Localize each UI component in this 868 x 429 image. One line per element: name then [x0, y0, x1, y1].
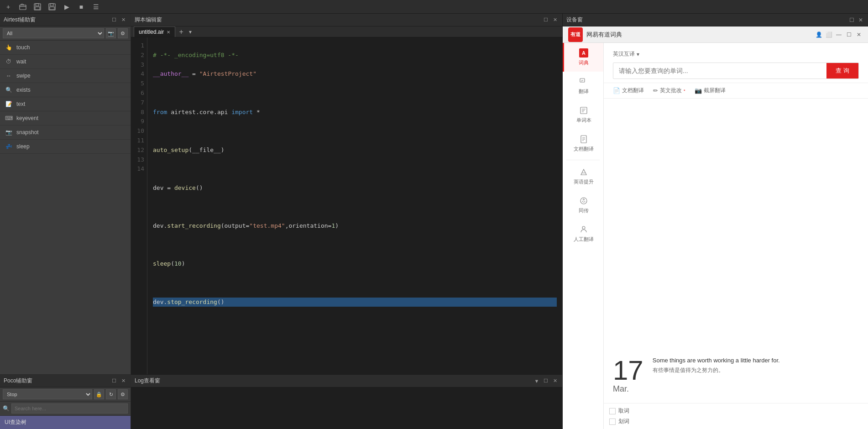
- code-editor[interactable]: # -*- _encoding=utf8 -*- __author__ = "A…: [147, 37, 562, 374]
- quote-english: Some things are worth working a little h…: [653, 357, 780, 364]
- youdao-body: A 词典 翻译: [563, 43, 868, 429]
- airtest-filter-select[interactable]: All touch wait swipe exists text keyeven…: [3, 28, 104, 38]
- youdao-nav-fanyi[interactable]: 翻译: [563, 72, 603, 100]
- svg-point-14: [582, 226, 585, 229]
- youdao-settings-btn[interactable]: ⬜: [825, 31, 832, 38]
- stop-button[interactable]: ■: [77, 2, 86, 11]
- airtest-item-swipe[interactable]: ↔ swipe: [0, 69, 131, 83]
- log-viewer-title: Log查看窗: [135, 377, 160, 385]
- airtest-item-text[interactable]: 📝 text: [0, 97, 131, 111]
- youdao-minimize-btn[interactable]: —: [835, 31, 842, 38]
- youdao-nav-cidian[interactable]: A 词典: [563, 43, 603, 72]
- touch-label: touch: [16, 44, 30, 51]
- airtest-item-keyevent[interactable]: ⌨ keyevent: [0, 111, 131, 126]
- youdao-nav-rengong[interactable]: 人工翻译: [563, 220, 603, 248]
- nav-divider: [566, 160, 600, 160]
- poco-resize-btn[interactable]: ☐: [110, 377, 118, 385]
- add-button[interactable]: +: [4, 2, 13, 11]
- youdao-close-btn[interactable]: ✕: [855, 31, 863, 38]
- lang-switch-arrow: ▾: [637, 51, 639, 58]
- youdao-content-area: 17 Mar. Some things are worth working a …: [604, 99, 868, 403]
- doc-translate-label: 文档翻译: [622, 87, 644, 94]
- youdao-profile-btn[interactable]: 👤: [815, 31, 822, 38]
- lang-switch-label: 英汉互译: [613, 50, 635, 58]
- log-close-btn[interactable]: ✕: [551, 377, 559, 385]
- tab-add-btn[interactable]: +: [177, 28, 185, 36]
- wait-label: wait: [16, 58, 26, 65]
- airtest-item-exists[interactable]: 🔍 exists: [0, 83, 131, 97]
- poco-close-btn[interactable]: ✕: [120, 377, 127, 385]
- poco-search-icon: 🔍: [3, 405, 10, 412]
- log-filter-btn[interactable]: ▼: [533, 377, 540, 385]
- option-huaci[interactable]: 划词: [609, 418, 863, 425]
- airtest-screenshot-btn[interactable]: 📷: [106, 28, 116, 38]
- huaci-checkbox[interactable]: [609, 419, 616, 425]
- youdao-bottom-options: 取词 划词: [604, 403, 868, 429]
- airtest-item-snapshot[interactable]: 📷 snapshot: [0, 126, 131, 140]
- airtest-resize-btn[interactable]: ☐: [110, 16, 118, 24]
- tab-close-btn[interactable]: ✕: [167, 30, 170, 35]
- script-editor-header: 脚本编辑窗 ☐ ✕: [131, 14, 562, 26]
- poco-title: Poco辅助窗: [4, 377, 32, 385]
- youdao-daily: 17 Mar. Some things are worth working a …: [613, 357, 780, 394]
- run-button[interactable]: ▶: [62, 2, 71, 11]
- text-label: text: [16, 101, 25, 107]
- poco-tree-item[interactable]: UI查染树: [0, 416, 131, 429]
- editor-tab-untitled[interactable]: untitled.air ✕: [134, 26, 175, 37]
- tab-dropdown-btn[interactable]: ▾: [187, 29, 193, 35]
- log-content[interactable]: [131, 387, 562, 429]
- tool-english-correct[interactable]: ✏ 英文批改 *: [653, 87, 685, 94]
- svg-marker-10: [581, 169, 586, 175]
- poco-search-input[interactable]: [11, 403, 128, 413]
- quci-label: 取词: [618, 407, 629, 415]
- youdao-nav-danciben[interactable]: 单词本: [563, 100, 603, 129]
- youdao-nav-tongchuan[interactable]: 同传: [563, 191, 603, 220]
- tool-doc-translate[interactable]: 📄 文档翻译: [613, 87, 644, 94]
- editor-resize-btn[interactable]: ☐: [542, 16, 549, 24]
- youdao-app-name: 网易有道词典: [586, 31, 622, 39]
- airtest-item-sleep[interactable]: 💤 sleep: [0, 140, 131, 154]
- airtest-close-btn[interactable]: ✕: [120, 16, 127, 24]
- svg-rect-2: [36, 4, 39, 6]
- airtest-panel-header: Airtest辅助窗 ☐ ✕: [0, 14, 131, 26]
- airtest-item-touch[interactable]: 👆 touch: [0, 41, 131, 55]
- tool-screen-translate[interactable]: 📷 截屏翻译: [695, 87, 726, 94]
- tab-filename: untitled.air: [139, 29, 164, 35]
- youdao-nav-english[interactable]: 英语提升: [563, 162, 603, 191]
- editor-close-btn[interactable]: ✕: [551, 16, 559, 24]
- airtest-list: 👆 touch ⏱ wait ↔ swipe 🔍 exists 📝 text ⌨: [0, 41, 131, 374]
- fanyi-label: 翻译: [579, 88, 589, 95]
- screen-translate-icon: 📷: [695, 87, 702, 94]
- snapshot-label: snapshot: [16, 129, 39, 136]
- poco-stop-select[interactable]: Stop: [3, 389, 92, 399]
- poco-refresh-btn[interactable]: ↻: [106, 389, 116, 399]
- youdao-search-input[interactable]: [613, 63, 826, 78]
- quci-checkbox[interactable]: [609, 408, 616, 414]
- save-button[interactable]: [33, 2, 42, 11]
- airtest-item-wait[interactable]: ⏱ wait: [0, 55, 131, 69]
- log-resize-btn[interactable]: ☐: [542, 377, 549, 385]
- youdao-search-btn[interactable]: 查 询: [826, 63, 858, 78]
- device-close-btn[interactable]: ✕: [857, 16, 864, 24]
- airtest-settings-btn[interactable]: ⚙: [118, 28, 128, 38]
- youdao-quote: Some things are worth working a little h…: [653, 357, 780, 374]
- save-all-button[interactable]: [47, 2, 57, 11]
- youdao-maximize-btn[interactable]: ☐: [845, 31, 852, 38]
- youdao-titlebar: 有道 网易有道词典 👤 ⬜ — ☐ ✕: [563, 26, 868, 43]
- device-resize-btn[interactable]: ☐: [848, 16, 855, 24]
- log-viewer-header: Log查看窗 ▼ ☐ ✕: [131, 375, 562, 387]
- youdao-main: 英汉互译 ▾ 查 询 📄 文档翻译: [604, 43, 868, 429]
- poco-lock-btn[interactable]: 🔒: [94, 389, 104, 399]
- poco-settings-btn[interactable]: ⚙: [118, 389, 128, 399]
- lang-switch[interactable]: 英汉互译 ▾: [613, 50, 859, 58]
- youdao-win-controls: 👤 ⬜ — ☐ ✕: [815, 31, 863, 38]
- youdao-tools: 📄 文档翻译 ✏ 英文批改 * 📷 截屏翻译: [604, 83, 868, 99]
- youdao-nav-doc[interactable]: 文档翻译: [563, 129, 603, 158]
- log-button[interactable]: ☰: [91, 2, 100, 11]
- svg-rect-3: [35, 7, 40, 10]
- youdao-sidebar: A 词典 翻译: [563, 43, 604, 429]
- option-quci[interactable]: 取词: [609, 407, 863, 415]
- swipe-label: swipe: [16, 73, 31, 79]
- open-button[interactable]: [18, 2, 27, 11]
- svg-point-13: [583, 199, 585, 200]
